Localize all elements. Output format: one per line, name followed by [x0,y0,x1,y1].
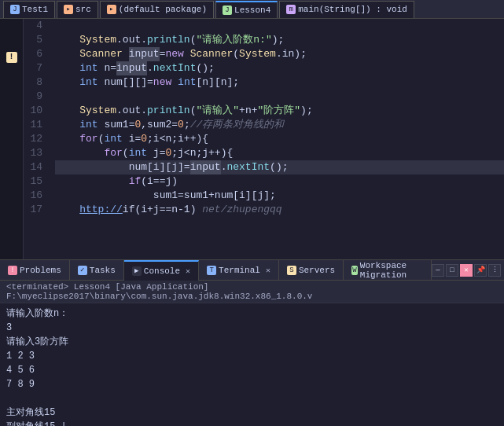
tab-icon-src: ▸ [64,5,73,14]
tab-icon-lesson4: J [223,6,232,15]
console-icon: ▶ [132,266,142,276]
console-text-9: 副对角线15 [6,421,55,426]
warning-icon-line6: ! [6,52,17,63]
line-num-12: 12 [24,132,42,146]
line-num-7: 7 [24,61,42,75]
console-line-9: 副对角线15 [6,420,498,426]
tab-label-problems: Problems [20,266,61,275]
tab-console[interactable]: ▶ Console ✕ [124,260,199,281]
tab-icon-main: m [286,5,296,14]
editor-area: ! 4 5 6 7 8 9 10 11 12 13 14 15 16 17 Sy… [0,19,504,259]
console-text-3: 请输入3阶方阵 [6,336,68,347]
tab-label-lesson4: Lesson4 [234,6,270,15]
panel-tab-bar: ! Problems ✓ Tasks ▶ Console ✕ T Termina… [0,260,504,281]
line-num-5: 5 [24,33,42,47]
console-line-4: 1 2 3 [6,349,498,363]
console-text-5: 4 5 6 [6,365,35,376]
line-num-9: 9 [24,90,42,104]
line-num-6: 6 [24,47,42,61]
editor-tab-bar: J Test1 ▸ src ▸ (default package) J Less… [0,0,504,19]
console-text-8: 主对角线15 [6,407,55,418]
terminal-indicator: ✕ [266,266,270,275]
tab-icon-test1: J [10,5,20,14]
code-line-15: if(i==j) [55,174,504,189]
maximize-btn[interactable]: □ [446,264,458,277]
console-output: 请输入阶数n： 3 请输入3阶方阵 1 2 3 4 5 6 7 8 9 主对角线… [0,303,504,426]
tab-label-terminal: Terminal [219,266,260,275]
tab-tasks[interactable]: ✓ Tasks [70,260,124,281]
tab-label-console: Console [144,266,180,276]
code-line-9 [55,90,504,104]
tab-default-pkg[interactable]: ▸ (default package) [100,1,214,18]
more-btn[interactable]: ⋮ [488,264,501,277]
code-line-7: int n=input.nextInt(); [55,61,504,75]
code-line-6: Scanner input=new Scanner(System.in); [55,47,504,61]
tab-label-tasks: Tasks [90,266,116,275]
bottom-panel: ! Problems ✓ Tasks ▶ Console ✕ T Termina… [0,259,504,426]
console-close-icon[interactable]: ✕ [186,266,190,276]
pin-btn[interactable]: 📌 [474,264,487,277]
tab-terminal[interactable]: T Terminal ✕ [199,260,279,281]
code-editor[interactable]: System.out.println("请输入阶数n:"); Scanner i… [49,19,504,259]
line-num-10: 10 [24,104,42,118]
tab-label-workspace: Workspace Migration [360,261,423,280]
console-text-4: 1 2 3 [6,351,35,362]
line-num-11: 11 [24,118,42,132]
code-line-11: int sum1=0,sum2=0;//存两条对角线的和 [55,118,504,132]
code-line-8: int num[][]=new int[n][n]; [55,75,504,90]
console-line-5: 4 5 6 [6,363,498,377]
console-line-8: 主对角线15 [6,406,498,420]
console-text-6: 7 8 9 [6,379,35,390]
servers-icon: S [287,266,296,275]
console-line-7 [6,391,498,406]
console-terminated-header: <terminated> Lesson4 [Java Application] … [0,281,504,303]
code-line-16: sum1=sum1+num[i][j]; [55,189,504,203]
panel-toolbar-right: — □ ✕ 📌 ⋮ [432,264,504,277]
code-line-10: System.out.println("请输入"+n+"阶方阵"); [55,104,504,118]
tab-problems[interactable]: ! Problems [0,260,70,281]
line-numbers: 4 5 6 7 8 9 10 11 12 13 14 15 16 17 [24,19,49,259]
code-line-12: for(int i=0;i<n;i++){ [55,132,504,146]
tab-icon-pkg: ▸ [107,5,116,14]
minimize-btn[interactable]: — [432,264,444,277]
tab-lesson4[interactable]: J Lesson4 [215,1,278,18]
line-num-13: 13 [24,146,42,160]
console-line-6: 7 8 9 [6,377,498,391]
tab-label-src: src [75,5,91,14]
line-num-8: 8 [24,75,42,90]
line-num-15: 15 [24,174,42,189]
tab-src[interactable]: ▸ src [57,1,98,18]
problems-icon: ! [8,266,17,275]
console-line-3: 请输入3阶方阵 [6,335,498,349]
console-line-2: 3 [6,321,498,335]
line-num-4: 4 [24,19,42,33]
line-num-16: 16 [24,189,42,203]
close-panel-btn[interactable]: ✕ [460,264,473,277]
code-line-13: for(int j=0;j<n;j++){ [55,146,504,160]
tab-label-servers: Servers [299,266,335,275]
workspace-icon: W [351,266,358,275]
console-text-2: 3 [6,322,12,333]
tab-workspace[interactable]: W Workspace Migration [344,260,432,281]
tab-main[interactable]: m main(String[]) : void [279,1,414,18]
terminated-text: <terminated> Lesson4 [Java Application] … [6,282,312,301]
tab-servers[interactable]: S Servers [279,260,344,281]
tab-label-test1: Test1 [22,5,48,14]
terminal-icon: T [207,266,216,275]
code-line-4 [55,19,504,33]
code-line-5: System.out.println("请输入阶数n:"); [55,33,504,47]
line-num-14: 14 [24,160,42,174]
code-line-14: num[i][j]=input.nextInt(); [55,160,504,174]
line-num-17: 17 [24,203,42,217]
code-line-17: http://if(i+j==n-1) net/zhupengqq [55,203,504,217]
tasks-icon: ✓ [78,266,87,275]
editor-left-gutter: ! [0,19,24,259]
tab-label-main: main(String[]) : void [298,5,407,14]
console-text-1: 请输入阶数n： [6,308,68,319]
console-line-1: 请输入阶数n： [6,307,498,321]
tab-test1[interactable]: J Test1 [3,1,55,18]
tab-label-pkg: (default package) [119,5,207,14]
